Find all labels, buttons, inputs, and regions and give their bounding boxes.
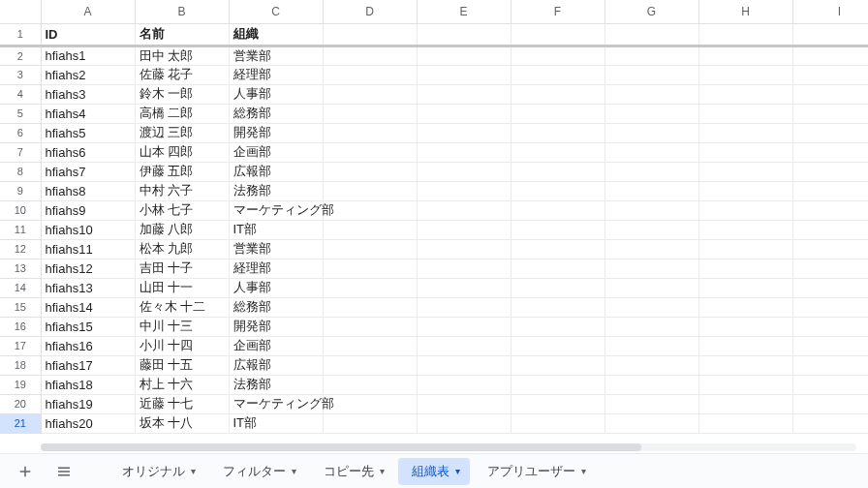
cell-F1[interactable] [511, 23, 604, 46]
cell-G20[interactable] [604, 394, 698, 413]
cell-E17[interactable] [417, 336, 511, 355]
column-header-H[interactable]: H [698, 0, 792, 23]
cell-I19[interactable] [792, 375, 868, 394]
cell-H9[interactable] [698, 181, 792, 200]
select-all-corner[interactable] [0, 0, 41, 23]
cell-D20[interactable] [323, 394, 417, 413]
cell-G1[interactable] [604, 23, 698, 46]
cell-G17[interactable] [604, 336, 698, 355]
cell-H4[interactable] [698, 84, 792, 104]
cell-C15[interactable]: 総務部 [229, 297, 323, 317]
cell-E8[interactable] [417, 162, 511, 181]
cell-I12[interactable] [792, 239, 868, 259]
cell-B4[interactable]: 鈴木 一郎 [135, 84, 229, 104]
cell-F10[interactable] [511, 200, 604, 220]
sheet-tab-original[interactable]: オリジナル▾ [108, 458, 205, 485]
row-header[interactable]: 2 [0, 46, 41, 65]
row-header[interactable]: 11 [0, 220, 41, 239]
cell-H2[interactable] [698, 46, 792, 65]
chevron-down-icon[interactable]: ▾ [191, 466, 196, 476]
sheet-tab-copyto[interactable]: コピー先▾ [310, 458, 394, 485]
row-header[interactable]: 18 [0, 355, 41, 375]
cell-G11[interactable] [604, 220, 698, 239]
cell-C12[interactable]: 営業部 [229, 239, 323, 259]
cell-I10[interactable] [792, 200, 868, 220]
cell-C7[interactable]: 企画部 [229, 142, 323, 162]
chevron-down-icon[interactable]: ▾ [455, 466, 460, 476]
cell-H14[interactable] [698, 278, 792, 297]
cell-E15[interactable] [417, 297, 511, 317]
cell-F6[interactable] [511, 123, 604, 142]
cell-I15[interactable] [792, 297, 868, 317]
cell-A1[interactable]: ID [41, 23, 135, 46]
cell-D3[interactable] [323, 65, 417, 84]
cell-B8[interactable]: 伊藤 五郎 [135, 162, 229, 181]
cell-G6[interactable] [604, 123, 698, 142]
cell-I11[interactable] [792, 220, 868, 239]
cell-B11[interactable]: 加藤 八郎 [135, 220, 229, 239]
cell-G12[interactable] [604, 239, 698, 259]
cell-B15[interactable]: 佐々木 十二 [135, 297, 229, 317]
cell-B9[interactable]: 中村 六子 [135, 181, 229, 200]
cell-G14[interactable] [604, 278, 698, 297]
cell-F20[interactable] [511, 394, 604, 413]
cell-H16[interactable] [698, 317, 792, 336]
column-header-B[interactable]: B [135, 0, 229, 23]
cell-G8[interactable] [604, 162, 698, 181]
cell-A14[interactable]: hfiahs13 [41, 278, 135, 297]
cell-C1[interactable]: 組織 [229, 23, 323, 46]
cell-F8[interactable] [511, 162, 604, 181]
column-header-G[interactable]: G [604, 0, 698, 23]
cell-H21[interactable] [698, 413, 792, 433]
cell-H12[interactable] [698, 239, 792, 259]
cell-F7[interactable] [511, 142, 604, 162]
cell-B3[interactable]: 佐藤 花子 [135, 65, 229, 84]
cell-B16[interactable]: 中川 十三 [135, 317, 229, 336]
cell-F2[interactable] [511, 46, 604, 65]
cell-A15[interactable]: hfiahs14 [41, 297, 135, 317]
cell-C4[interactable]: 人事部 [229, 84, 323, 104]
cell-E21[interactable] [417, 413, 511, 433]
cell-D18[interactable] [323, 355, 417, 375]
cell-G2[interactable] [604, 46, 698, 65]
cell-E1[interactable] [417, 23, 511, 46]
add-sheet-button[interactable] [8, 458, 43, 485]
cell-E12[interactable] [417, 239, 511, 259]
cell-F4[interactable] [511, 84, 604, 104]
row-header[interactable]: 3 [0, 65, 41, 84]
chevron-down-icon[interactable]: ▾ [380, 466, 385, 476]
cell-B10[interactable]: 小林 七子 [135, 200, 229, 220]
cell-F16[interactable] [511, 317, 604, 336]
cell-G4[interactable] [604, 84, 698, 104]
cell-G10[interactable] [604, 200, 698, 220]
cell-C17[interactable]: 企画部 [229, 336, 323, 355]
cell-G19[interactable] [604, 375, 698, 394]
cell-A20[interactable]: hfiahs19 [41, 394, 135, 413]
cell-E6[interactable] [417, 123, 511, 142]
cell-F13[interactable] [511, 259, 604, 278]
column-header-F[interactable]: F [511, 0, 604, 23]
cell-E7[interactable] [417, 142, 511, 162]
sheet-tab-appuser[interactable]: アプリユーザー▾ [474, 458, 596, 485]
row-header[interactable]: 21 [0, 413, 41, 433]
cell-B6[interactable]: 渡辺 三郎 [135, 123, 229, 142]
row-header[interactable]: 4 [0, 84, 41, 104]
cell-I13[interactable] [792, 259, 868, 278]
cell-I4[interactable] [792, 84, 868, 104]
cell-D9[interactable] [323, 181, 417, 200]
cell-E19[interactable] [417, 375, 511, 394]
cell-F11[interactable] [511, 220, 604, 239]
column-header-A[interactable]: A [41, 0, 135, 23]
cell-D5[interactable] [323, 104, 417, 123]
cell-F19[interactable] [511, 375, 604, 394]
row-header[interactable]: 14 [0, 278, 41, 297]
cell-C8[interactable]: 広報部 [229, 162, 323, 181]
cell-G16[interactable] [604, 317, 698, 336]
row-header[interactable]: 16 [0, 317, 41, 336]
cell-E10[interactable] [417, 200, 511, 220]
cell-A18[interactable]: hfiahs17 [41, 355, 135, 375]
cell-A11[interactable]: hfiahs10 [41, 220, 135, 239]
cell-D15[interactable] [323, 297, 417, 317]
cell-B14[interactable]: 山田 十一 [135, 278, 229, 297]
cell-C6[interactable]: 開発部 [229, 123, 323, 142]
